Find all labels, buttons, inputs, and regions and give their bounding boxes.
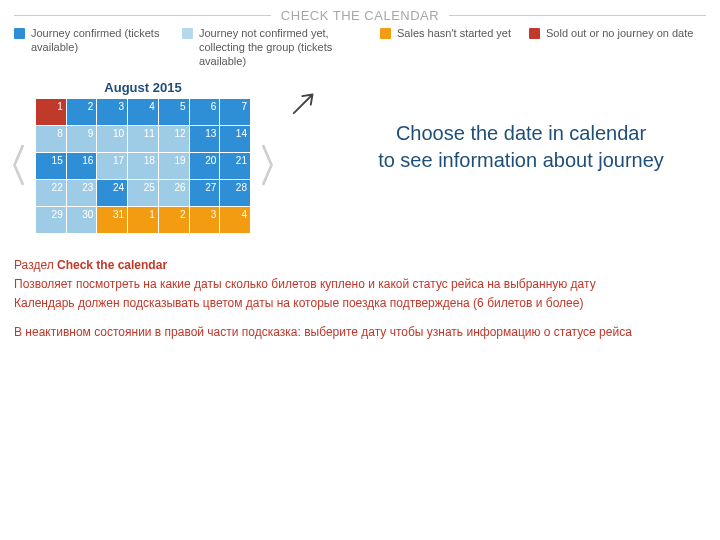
legend-sales-label: Sales hasn't started yet xyxy=(397,27,511,41)
calendar-day[interactable]: 10 xyxy=(97,126,127,152)
info-line1: Choose the date in calendar xyxy=(332,120,710,147)
note-line-2: Позволяет посмотреть на какие даты сколь… xyxy=(14,276,706,293)
calendar-day[interactable]: 2 xyxy=(159,207,189,233)
legend-confirmed: Journey confirmed (tickets available) xyxy=(14,27,164,55)
rule-right xyxy=(449,15,706,16)
calendar-grid: 1234567891011121314151617181920212223242… xyxy=(36,99,250,233)
note-line-4: В неактивном состоянии в правой части по… xyxy=(14,324,706,341)
calendar-day[interactable]: 4 xyxy=(220,207,250,233)
calendar-day[interactable]: 31 xyxy=(97,207,127,233)
calendar-day[interactable]: 24 xyxy=(97,180,127,206)
calendar-day[interactable]: 1 xyxy=(36,99,66,125)
calendar-day[interactable]: 14 xyxy=(220,126,250,152)
legend: Journey confirmed (tickets available) Jo… xyxy=(0,25,720,80)
legend-pending: Journey not confirmed yet, collecting th… xyxy=(182,27,362,68)
calendar-day[interactable]: 26 xyxy=(159,180,189,206)
calendar-day[interactable]: 30 xyxy=(67,207,97,233)
calendar-day[interactable]: 21 xyxy=(220,153,250,179)
legend-soldout: Sold out or no journey on date xyxy=(529,27,693,41)
swatch-pending-icon xyxy=(182,28,193,39)
prev-month-button[interactable] xyxy=(10,142,28,188)
calendar-day[interactable]: 3 xyxy=(190,207,220,233)
note-line-1: Раздел Check the calendar xyxy=(14,257,706,274)
calendar-day[interactable]: 19 xyxy=(159,153,189,179)
calendar-day[interactable]: 3 xyxy=(97,99,127,125)
legend-pending-label: Journey not confirmed yet, collecting th… xyxy=(199,27,362,68)
calendar-title: August 2015 xyxy=(36,80,250,95)
calendar-day[interactable]: 20 xyxy=(190,153,220,179)
calendar-day[interactable]: 28 xyxy=(220,180,250,206)
cursor-hint xyxy=(284,80,324,123)
note-line-3: Календарь должен подсказывать цветом дат… xyxy=(14,295,706,312)
note-l1-prefix: Раздел xyxy=(14,258,57,272)
calendar-day[interactable]: 15 xyxy=(36,153,66,179)
calendar: August 2015 1234567891011121314151617181… xyxy=(36,80,250,233)
info-panel: Choose the date in calendar to see infor… xyxy=(332,80,710,174)
calendar-day[interactable]: 9 xyxy=(67,126,97,152)
main-row: August 2015 1234567891011121314151617181… xyxy=(0,80,720,233)
calendar-day[interactable]: 27 xyxy=(190,180,220,206)
calendar-day[interactable]: 17 xyxy=(97,153,127,179)
calendar-day[interactable]: 6 xyxy=(190,99,220,125)
calendar-day[interactable]: 12 xyxy=(159,126,189,152)
calendar-day[interactable]: 8 xyxy=(36,126,66,152)
calendar-day[interactable]: 11 xyxy=(128,126,158,152)
swatch-sales-icon xyxy=(380,28,391,39)
calendar-day[interactable]: 29 xyxy=(36,207,66,233)
legend-confirmed-label: Journey confirmed (tickets available) xyxy=(31,27,164,55)
calendar-day[interactable]: 16 xyxy=(67,153,97,179)
spec-notes: Раздел Check the calendar Позволяет посм… xyxy=(0,233,720,340)
calendar-day[interactable]: 23 xyxy=(67,180,97,206)
calendar-day[interactable]: 5 xyxy=(159,99,189,125)
swatch-confirmed-icon xyxy=(14,28,25,39)
calendar-day[interactable]: 18 xyxy=(128,153,158,179)
cursor-arrow-icon xyxy=(287,86,321,120)
section-title: CHECK THE CALENDAR xyxy=(271,8,449,23)
calendar-day[interactable]: 1 xyxy=(128,207,158,233)
section-header: CHECK THE CALENDAR xyxy=(0,0,720,25)
calendar-day[interactable]: 13 xyxy=(190,126,220,152)
swatch-soldout-icon xyxy=(529,28,540,39)
calendar-day[interactable]: 7 xyxy=(220,99,250,125)
next-month-button[interactable] xyxy=(258,142,276,188)
legend-soldout-label: Sold out or no journey on date xyxy=(546,27,693,41)
calendar-day[interactable]: 4 xyxy=(128,99,158,125)
legend-sales: Sales hasn't started yet xyxy=(380,27,511,41)
note-l1-bold: Check the calendar xyxy=(57,258,167,272)
calendar-day[interactable]: 25 xyxy=(128,180,158,206)
rule-left xyxy=(14,15,271,16)
calendar-day[interactable]: 22 xyxy=(36,180,66,206)
calendar-day[interactable]: 2 xyxy=(67,99,97,125)
info-line2: to see information about journey xyxy=(332,147,710,174)
